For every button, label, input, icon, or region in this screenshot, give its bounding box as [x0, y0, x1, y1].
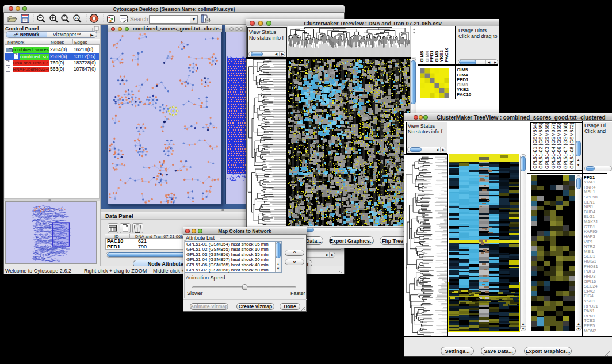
svg-text:1:1: 1:1 [74, 16, 79, 20]
svg-text:Search:: Search: [130, 16, 150, 22]
